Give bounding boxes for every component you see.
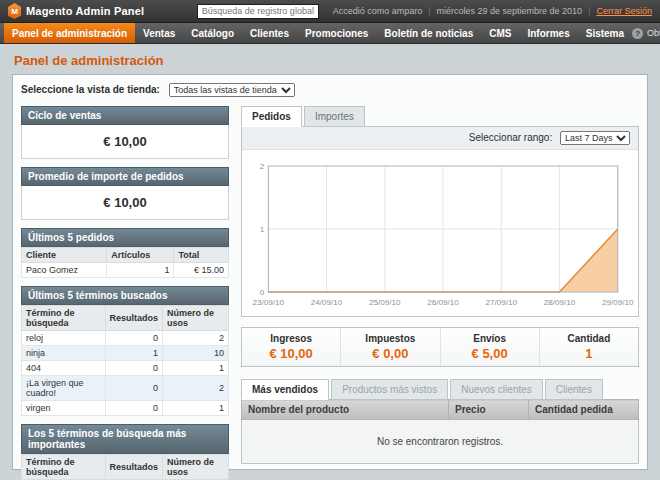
orders-area-chart: 01223/09/1024/09/1025/09/1026/09/1027/09…: [242, 150, 638, 316]
session-info: Accedió como amparo | miércoles 29 de se…: [333, 6, 652, 16]
last-search-terms-table: Término de búsqueda Resultados Número de…: [21, 305, 229, 416]
table-row[interactable]: Paco Gomez 1 € 15.00: [22, 263, 229, 278]
total-value: € 10,00: [246, 346, 336, 361]
total-value: € 0,00: [345, 346, 435, 361]
right-column: Pedidos Importes Seleccionar rango: Last…: [241, 106, 639, 480]
cell: reloj: [22, 331, 106, 346]
magento-logo-icon: M: [8, 3, 21, 19]
total-value: € 5,00: [445, 346, 535, 361]
column-header: Término de búsqueda: [22, 455, 106, 480]
tab-mas-vendidos[interactable]: Más vendidos: [241, 379, 329, 400]
table-row[interactable]: reloj 0 2: [22, 331, 229, 346]
cell: 0: [105, 376, 163, 401]
column-header: Precio: [449, 400, 529, 420]
nav-item-sales[interactable]: Ventas: [135, 23, 183, 43]
last-orders-block: Últimos 5 pedidos Cliente Artículos Tota…: [21, 228, 229, 278]
dashboard-tabs: Pedidos Importes: [241, 106, 639, 126]
svg-text:2: 2: [260, 162, 265, 171]
cell: 0: [105, 361, 163, 376]
table-row[interactable]: ¡La virgen que cuadro! 0 2: [22, 376, 229, 401]
current-date: miércoles 29 de septiembre de 2010: [437, 6, 583, 16]
total-label: Envíos: [445, 333, 535, 344]
column-header: Resultados: [105, 306, 163, 331]
empty-message: No se encontraron registros.: [242, 420, 639, 464]
cell: 0: [105, 401, 163, 416]
cell: virgen: [22, 401, 106, 416]
cell: € 15.00: [174, 263, 229, 278]
nav-item-cms[interactable]: CMS: [481, 23, 519, 43]
tab-importes[interactable]: Importes: [304, 106, 365, 127]
column-header: Total: [174, 248, 229, 263]
column-header: Cliente: [22, 248, 107, 263]
svg-text:27/09/10: 27/09/10: [485, 298, 517, 307]
total-envios: Envíos € 5,00: [440, 328, 539, 366]
svg-text:28/09/10: 28/09/10: [544, 298, 576, 307]
global-search: [183, 4, 333, 19]
top-search-terms-table: Término de búsqueda Resultados Número de…: [21, 454, 229, 480]
nav-item-promotions[interactable]: Promociones: [297, 23, 376, 43]
store-view-select[interactable]: Todas las vistas de tienda: [169, 83, 295, 97]
tab-productos-mas-vistos[interactable]: Productos más vistos: [331, 379, 448, 400]
total-ingresos: Ingresos € 10,00: [242, 328, 340, 366]
range-label: Seleccionar rango:: [469, 132, 552, 143]
cell: ¡La virgen que cuadro!: [22, 376, 106, 401]
main-nav: Panel de administración Ventas Catálogo …: [0, 23, 660, 44]
range-select[interactable]: Last 7 Days: [560, 131, 630, 145]
cell: ninja: [22, 346, 106, 361]
magento-logo: M Magento Admin Panel: [8, 3, 183, 19]
cell: 1: [105, 346, 163, 361]
tab-pedidos[interactable]: Pedidos: [241, 106, 302, 127]
column-header: Resultados: [105, 455, 163, 480]
nav-item-newsletter[interactable]: Boletín de noticias: [376, 23, 481, 43]
help-icon: ?: [632, 28, 643, 39]
cell: 2: [163, 376, 229, 401]
average-orders-block: Promedio de importe de pedidos € 10,00: [21, 167, 229, 220]
nav-item-system[interactable]: Sistema: [578, 23, 632, 43]
cell: 10: [163, 346, 229, 361]
column-header: Número de usos: [163, 455, 229, 480]
block-title: Promedio de importe de pedidos: [21, 167, 229, 186]
cell: 1: [163, 401, 229, 416]
nav-item-dashboard[interactable]: Panel de administración: [4, 23, 135, 43]
block-title: Ciclo de ventas: [21, 106, 229, 125]
left-column: Ciclo de ventas € 10,00 Promedio de impo…: [21, 106, 229, 480]
table-row[interactable]: virgen 0 1: [22, 401, 229, 416]
logout-link[interactable]: Cerrar Sesión: [596, 6, 652, 16]
total-label: Ingresos: [246, 333, 336, 344]
total-impuestos: Impuestos € 0,00: [340, 328, 439, 366]
page-help-link[interactable]: ? Obtener ayuda para esta página: [632, 23, 660, 43]
average-orders-value: € 10,00: [21, 186, 229, 220]
page-title: Panel de administración: [14, 53, 646, 68]
separator: |: [428, 6, 430, 16]
table-row[interactable]: 404 0 1: [22, 361, 229, 376]
total-label: Impuestos: [345, 333, 435, 344]
dashboard-panel: Seleccione la vista de tienda: Todas las…: [12, 74, 648, 470]
totals-bar: Ingresos € 10,00 Impuestos € 0,00 Envíos…: [241, 327, 639, 367]
global-search-input[interactable]: [197, 4, 319, 19]
bestsellers-grid: Nombre del producto Precio Cantidad pedi…: [241, 399, 639, 464]
top-search-terms-block: Los 5 términos de búsqueda más important…: [21, 424, 229, 480]
svg-text:1: 1: [260, 225, 265, 234]
app-title: Magento Admin Panel: [26, 5, 144, 17]
svg-text:26/09/10: 26/09/10: [427, 298, 459, 307]
cell: 1: [107, 263, 174, 278]
nav-item-reports[interactable]: Informes: [519, 23, 577, 43]
svg-text:23/09/10: 23/09/10: [253, 298, 285, 307]
orders-chart-panel: Seleccionar rango: Last 7 Days 01223/09/…: [241, 126, 639, 317]
total-cantidad: Cantidad 1: [539, 328, 638, 366]
cell: 404: [22, 361, 106, 376]
range-bar: Seleccionar rango: Last 7 Days: [242, 127, 638, 150]
cell: 0: [105, 331, 163, 346]
lifetime-sales-block: Ciclo de ventas € 10,00: [21, 106, 229, 159]
nav-item-customers[interactable]: Clientes: [242, 23, 297, 43]
table-row[interactable]: ninja 1 10: [22, 346, 229, 361]
svg-text:24/09/10: 24/09/10: [311, 298, 343, 307]
nav-item-catalog[interactable]: Catálogo: [183, 23, 242, 43]
cell: 1: [163, 361, 229, 376]
separator: |: [588, 6, 590, 16]
tab-clientes[interactable]: Clientes: [545, 379, 603, 400]
cell: Paco Gomez: [22, 263, 107, 278]
bestsellers-tabs: Más vendidos Productos más vistos Nuevos…: [241, 379, 639, 399]
column-header: Número de usos: [163, 306, 229, 331]
tab-nuevos-clientes[interactable]: Nuevos clientes: [450, 379, 543, 400]
